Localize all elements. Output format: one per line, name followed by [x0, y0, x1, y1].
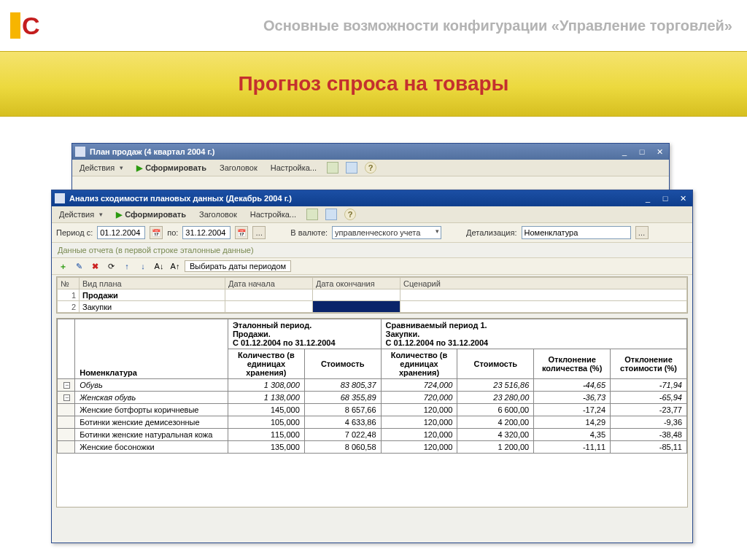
detail-input[interactable] — [522, 226, 631, 239]
col-start: Дата начала — [225, 278, 313, 289]
header-button[interactable]: Заголовок — [196, 209, 240, 219]
period-picker-button[interactable]: … — [252, 226, 266, 239]
currency-select[interactable]: управленческого учета — [332, 226, 441, 239]
maximize-button[interactable]: □ — [635, 146, 649, 158]
actions-menu[interactable]: Действия — [56, 209, 106, 219]
toolbar-bg: Действия ▶Сформировать Заголовок Настрой… — [72, 160, 669, 176]
cell-q1: 145,000 — [228, 404, 304, 416]
report-row[interactable]: −Женская обувь1 138,00068 355,89720,0002… — [58, 392, 687, 404]
slide-subtitle: Основные возможности конфигурации «Управ… — [55, 18, 732, 34]
tree-column — [58, 319, 75, 379]
logo-1c: C — [10, 12, 40, 40]
toolbar-fg: Действия ▶Сформировать Заголовок Настрой… — [52, 206, 692, 223]
mini-toolbar: ＋ ✎ ✖ ⟳ ↑ ↓ A↓ A↑ Выбирать даты периодом — [52, 257, 692, 275]
actions-menu[interactable]: Действия — [77, 163, 126, 173]
ref-period-header: Эталонный период. Продажи. С 01.12.2004 … — [228, 319, 381, 349]
calendar-icon[interactable]: 📅 — [150, 226, 163, 239]
collapse-icon[interactable]: − — [63, 382, 70, 389]
tool-icon-1[interactable] — [327, 162, 338, 174]
cell-c2: 1 200,00 — [457, 441, 534, 454]
add-row-icon[interactable]: ＋ — [56, 260, 69, 273]
period-from-input[interactable] — [97, 226, 145, 239]
plans-grid[interactable]: № Вид плана Дата начала Дата окончания С… — [56, 276, 688, 314]
sort-desc-icon[interactable]: A↑ — [169, 260, 182, 273]
help-icon[interactable]: ? — [344, 209, 356, 220]
grid-row[interactable]: 2 Закупки — [58, 301, 687, 313]
play-icon: ▶ — [136, 163, 142, 173]
tree-cell[interactable] — [58, 404, 75, 416]
cell-c1: 68 355,89 — [304, 392, 381, 404]
cell-q1: 1 308,000 — [228, 379, 304, 392]
collapse-icon[interactable]: − — [63, 394, 70, 401]
detail-label: Детализация: — [466, 228, 516, 237]
tool-icon-2[interactable] — [325, 209, 337, 220]
generate-button[interactable]: ▶Сформировать — [113, 209, 189, 220]
report-table: Номенклатура Эталонный период. Продажи. … — [57, 319, 687, 454]
section-hint: Данные отчета (в первой строке эталонные… — [52, 243, 692, 257]
move-down-icon[interactable]: ↓ — [136, 260, 150, 273]
minimize-button[interactable]: _ — [618, 146, 631, 158]
tree-cell[interactable]: − — [58, 379, 75, 392]
delete-row-icon[interactable]: ✖ — [88, 260, 101, 273]
report-row[interactable]: Женские ботфорты коричневые145,0008 657,… — [58, 404, 687, 416]
minimize-button[interactable]: _ — [641, 192, 654, 204]
help-icon[interactable]: ? — [365, 162, 376, 174]
row-label-header: Номенклатура — [75, 319, 228, 379]
tree-cell[interactable] — [58, 441, 75, 454]
cell-dq: -36,73 — [534, 392, 611, 404]
tree-cell[interactable]: − — [58, 392, 75, 404]
titlebar-bg[interactable]: План продаж (4 квартал 2004 г.) _ □ ✕ — [72, 144, 669, 160]
cell-dc: -23,77 — [611, 404, 687, 416]
report-row[interactable]: −Обувь1 308,00083 805,37724,00023 516,86… — [58, 379, 687, 392]
selected-cell[interactable] — [313, 301, 400, 313]
settings-button[interactable]: Настройка... — [247, 209, 299, 219]
item-name: Женские босоножки — [75, 441, 228, 454]
sort-asc-icon[interactable]: A↓ — [152, 260, 166, 273]
cell-c1: 83 805,37 — [304, 379, 381, 392]
calendar-icon[interactable]: 📅 — [235, 226, 248, 239]
edit-row-icon[interactable]: ✎ — [72, 260, 85, 273]
report-row[interactable]: Женские босоножки135,0008 060,58120,0001… — [58, 441, 687, 454]
period-to-input[interactable] — [182, 226, 231, 239]
pick-dates-button[interactable]: Выбирать даты периодом — [185, 260, 291, 272]
report-row[interactable]: Ботинки женские демисезонные105,0004 633… — [58, 416, 687, 429]
tool-icon-2[interactable] — [346, 162, 357, 174]
dev-qty-header: Отклонение количества (%) — [534, 349, 611, 379]
tool-icon-1[interactable] — [306, 209, 318, 220]
header-button[interactable]: Заголовок — [217, 163, 260, 173]
tree-cell[interactable] — [58, 416, 75, 429]
maximize-button[interactable]: □ — [659, 192, 672, 204]
report-area[interactable]: Номенклатура Эталонный период. Продажи. … — [56, 318, 688, 508]
generate-label: Сформировать — [125, 210, 186, 219]
window-title-bg: План продаж (4 квартал 2004 г.) — [90, 147, 614, 156]
cell-q1: 135,000 — [228, 441, 304, 454]
actions-label: Действия — [80, 163, 115, 172]
window-analysis: Анализ сходимости плановых данных (Декаб… — [51, 190, 693, 543]
cell-q2: 724,000 — [381, 379, 457, 392]
filterbar-fg: Период с: 📅 по: 📅 … В валюте: управленче… — [52, 223, 692, 243]
item-name: Женская обувь — [75, 392, 228, 404]
cost-header-2: Стоимость — [457, 349, 534, 379]
qty-header-1: Количество (в единицах хранения) — [228, 349, 304, 379]
slide-title-band: Прогноз спроса на товары — [0, 51, 747, 117]
settings-button[interactable]: Настройка... — [268, 163, 320, 173]
refresh-icon[interactable]: ⟳ — [104, 260, 117, 273]
close-button[interactable]: ✕ — [676, 192, 689, 204]
cell-dc: -38,48 — [611, 429, 687, 441]
titlebar-fg[interactable]: Анализ сходимости плановых данных (Декаб… — [52, 190, 692, 206]
col-type: Вид плана — [80, 278, 225, 289]
item-name: Ботинки женские натуральная кожа — [75, 429, 228, 441]
cell-q1: 115,000 — [228, 429, 304, 441]
close-button[interactable]: ✕ — [653, 146, 666, 158]
detail-picker-button[interactable]: … — [635, 226, 649, 239]
cell-q2: 120,000 — [381, 441, 457, 454]
generate-button[interactable]: ▶Сформировать — [133, 163, 209, 174]
tree-cell[interactable] — [58, 429, 75, 441]
move-up-icon[interactable]: ↑ — [120, 260, 133, 273]
grid-row[interactable]: 1 Продажи — [58, 289, 687, 301]
report-row[interactable]: Ботинки женские натуральная кожа115,0007… — [58, 429, 687, 441]
cell-dq: -11,11 — [534, 441, 611, 454]
dev-cost-header: Отклонение стоимости (%) — [611, 349, 687, 379]
cell-dc: -9,36 — [611, 416, 687, 429]
cell-q2: 120,000 — [381, 429, 457, 441]
